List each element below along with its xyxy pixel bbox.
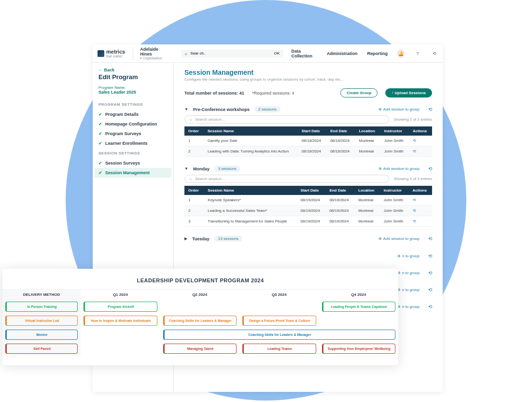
caret-icon[interactable]: ▶ (184, 236, 187, 241)
col-header: End Date (326, 126, 355, 136)
sidebar-item-learner-enrollments[interactable]: ✔Learner Enrollments (93, 139, 173, 148)
global-search[interactable]: ⌕ OK (181, 50, 283, 57)
add-session-link[interactable]: ⊕ Add session to group (378, 166, 420, 171)
cell-start: 08/19/2024 (297, 206, 326, 216)
chip-coaching-q2[interactable]: Coaching Skills for Leaders & Manager (163, 316, 237, 326)
chip-coaching-wide[interactable]: Coaching Skills for Leaders & Manager (163, 330, 396, 340)
cell-instructor: John Smith (380, 146, 409, 157)
cell-location: Montreal (354, 216, 380, 227)
notifications-icon[interactable]: 🔔 (397, 49, 405, 58)
group-refresh-icon[interactable]: ⟲ (428, 304, 432, 309)
chip-managing-talent[interactable]: Managing Talent (163, 344, 237, 354)
org-selector[interactable]: Adelaide Hines ▾ Organisation (133, 47, 168, 60)
check-icon: ✔ (98, 141, 102, 146)
group-refresh-icon[interactable]: ⟲ (428, 166, 432, 171)
cell-instructor: John Smith (380, 216, 409, 227)
search-icon: ⌕ (190, 117, 192, 122)
add-session-link[interactable]: ⊕ Add session to group (378, 107, 420, 111)
col-header: Actions (409, 186, 432, 195)
back-link[interactable]: ← Back (93, 68, 173, 72)
chip-inspire[interactable]: How to Inspire & Motivate Individuals (84, 316, 157, 326)
cell-end: 08/19/2024 (325, 206, 354, 216)
chip-wellbeing[interactable]: Supporting Your Employees' Wellbeing (322, 344, 396, 354)
add-session-link[interactable]: ⊕ n to group (397, 305, 420, 309)
chip-future-proof[interactable]: Design a Future-Proof Team & Culture (242, 316, 316, 326)
nav-administration[interactable]: Administration (327, 51, 358, 56)
cell-actions: ⟲ (409, 146, 432, 157)
session-search[interactable]: ⌕ Search session... (184, 175, 389, 183)
add-session-link[interactable]: ⊕ Add session to group (378, 236, 420, 241)
table-row[interactable]: 2 Leading with Data: Turning Analytics i… (184, 146, 432, 157)
session-search[interactable]: ⌕ Search session... (184, 115, 389, 124)
nav-data-collection[interactable]: Data Collection (291, 49, 317, 58)
group-refresh-icon[interactable]: ⟲ (428, 107, 432, 112)
group-refresh-icon[interactable]: ⟲ (428, 253, 432, 259)
cell-order: 1 (184, 136, 204, 146)
search-ok[interactable]: OK (274, 51, 280, 55)
caret-icon[interactable]: ▼ (184, 107, 188, 111)
sidebar-item-session-surveys[interactable]: ✔Session Surveys (93, 158, 173, 168)
group-name: Tuesday (192, 236, 210, 241)
table-row[interactable]: 1 Gamify your Sale 08/18/2024 08/18/2024… (184, 136, 432, 146)
create-group-button[interactable]: Create Group (340, 88, 378, 97)
session-group: ▼ Pre-Conference workshops 2 sessions ⊕ … (184, 103, 432, 157)
col-header: Location (355, 126, 380, 136)
cell-actions: ⟲ (409, 216, 432, 227)
cell-location: Montreal (355, 136, 380, 146)
chip-program-kickoff[interactable]: Program Kickoff (84, 302, 157, 312)
nav-links: Data Collection Administration Reporting… (291, 49, 438, 58)
refresh-icon[interactable]: ⟲ (431, 49, 438, 58)
table-row[interactable]: 2 Leading a Successful Sales Team* 08/19… (184, 206, 432, 216)
add-session-link[interactable]: ⊕ n to group (397, 288, 420, 292)
col-q4: Q4 2024 (319, 289, 399, 300)
row-action-icon[interactable]: ⟲ (413, 219, 416, 223)
chip-capstone[interactable]: Leading People & Teams Capstone (322, 302, 396, 312)
add-session-link[interactable]: ⊕ n to group (397, 271, 420, 275)
sidebar-item-program-surveys[interactable]: ✔Program Surveys (93, 129, 173, 139)
group-refresh-icon[interactable]: ⟲ (428, 236, 432, 241)
group-name: Monday (193, 166, 210, 171)
content-title: Session Management (184, 69, 432, 76)
chip-leading-teams[interactable]: Leading Teams (242, 344, 316, 354)
col-q1: Q1 2024 (81, 289, 160, 300)
cell-location: Montreal (355, 146, 380, 157)
sidebar-item-homepage-config[interactable]: ✔Homepage Configuration (93, 119, 173, 129)
cell-end: 08/19/2024 (325, 195, 354, 206)
cell-start: 08/19/2024 (297, 195, 326, 206)
row-action-icon[interactable]: ⟲ (413, 198, 416, 202)
row-action-icon[interactable]: ⟲ (413, 149, 416, 153)
group-refresh-icon[interactable]: ⟲ (428, 270, 432, 276)
caret-icon[interactable]: ▼ (184, 166, 188, 171)
row-action-icon[interactable]: ⟲ (413, 139, 416, 143)
add-session-link[interactable]: ⊕ n to group (397, 254, 420, 258)
col-header: Location (354, 186, 380, 195)
brand-logo[interactable]: metrics that matter (98, 49, 125, 58)
plus-icon: ⊕ (378, 166, 382, 171)
plus-icon: ⊕ (397, 254, 401, 258)
cell-order: 1 (184, 195, 204, 206)
cell-order: 2 (184, 146, 204, 157)
sidebar-item-program-details[interactable]: ✔Program Details (93, 110, 173, 119)
search-icon: ⌕ (190, 177, 192, 181)
logo-icon (98, 50, 104, 57)
cell-session-name: Leading a Successful Sales Team* (204, 206, 296, 216)
cell-start: 08/19/2024 (297, 216, 326, 227)
group-refresh-icon[interactable]: ⟲ (428, 287, 432, 292)
search-input[interactable] (190, 51, 267, 55)
session-count: 2 sessions (254, 106, 280, 112)
nav-reporting[interactable]: Reporting (367, 51, 388, 56)
session-table: OrderSession NameStart DateEnd DateLocat… (184, 186, 432, 227)
section-session-settings: SESSION SETTINGS (93, 148, 173, 158)
table-row[interactable]: 1 Keynote Speakers* 08/19/2024 08/19/202… (184, 195, 432, 206)
table-row[interactable]: 3 Transitioning to Management for Sales … (184, 216, 432, 227)
session-group: ▶ Tuesday 13 sessions ⊕ Add session to g… (184, 233, 432, 245)
sidebar-item-session-management[interactable]: ✔Session Management (95, 168, 171, 178)
help-icon[interactable]: ? (414, 49, 421, 58)
entries-count: Showing 3 of 3 entries (394, 177, 432, 181)
legend-virtual: Virtual Instructor Led (5, 316, 78, 326)
col-delivery-method: DELIVERY METHOD (2, 289, 81, 300)
upload-sessions-button[interactable]: Upload Sessions (385, 88, 432, 97)
cell-instructor: John Smith (380, 206, 409, 216)
row-action-icon[interactable]: ⟲ (413, 208, 416, 213)
total-sessions: Total number of sessions: 41 (184, 91, 244, 96)
